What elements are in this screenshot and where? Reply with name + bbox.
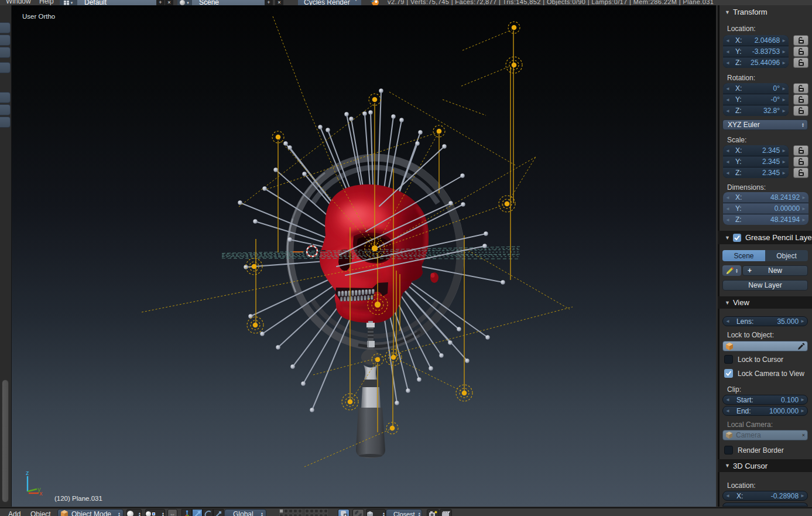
svg-text:User Ortho: User Ortho — [22, 13, 55, 20]
svg-text:z: z — [26, 469, 29, 476]
svg-text:x: x — [39, 490, 43, 497]
svg-text:(120) Plane.031: (120) Plane.031 — [54, 495, 102, 502]
